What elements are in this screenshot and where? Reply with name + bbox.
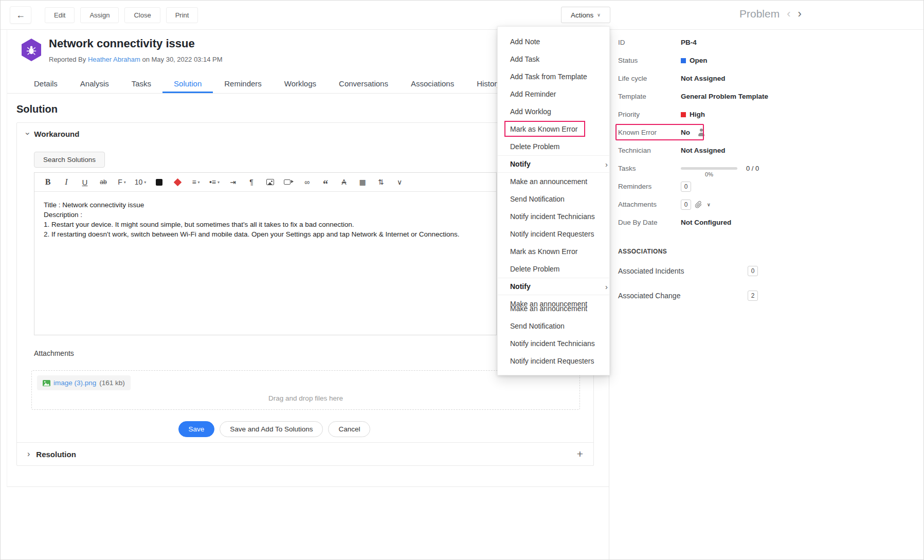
tab-reminders[interactable]: Reminders	[213, 74, 273, 93]
clear-format-icon[interactable]: A	[335, 173, 353, 192]
menu-item-add-worklog[interactable]: Add Worklog	[498, 103, 609, 120]
insert-link-icon[interactable]: ∞	[298, 173, 316, 192]
tab-associations[interactable]: Associations	[400, 74, 465, 93]
attachments-count-badge: 0	[681, 200, 691, 210]
paragraph-icon[interactable]: ¶	[242, 173, 261, 192]
resolution-toggle[interactable]: › Resolution +	[17, 442, 593, 465]
cancel-button[interactable]: Cancel	[328, 421, 370, 437]
association-label: Associated Incidents	[618, 267, 684, 275]
chevron-down-icon[interactable]: ∨	[707, 202, 711, 207]
font-family-icon: F	[118, 178, 122, 186]
menu-item-make-announcement[interactable]: Make an announcement	[498, 300, 609, 317]
tab-analysis[interactable]: Analysis	[69, 74, 120, 93]
attachment-chip[interactable]: image (3).png (161 kb)	[37, 375, 131, 390]
save-add-solutions-button[interactable]: Save and Add To Solutions	[220, 421, 323, 437]
list-icon: •≡	[209, 178, 216, 186]
tab-conversations[interactable]: Conversations	[328, 74, 400, 93]
menu-item-notify-incident-requesters[interactable]: Notify incident Requesters	[498, 225, 609, 243]
detail-row-due-by: Due By Date Not Configured	[618, 213, 924, 231]
associated-incidents-row[interactable]: Associated Incidents 0	[618, 262, 758, 280]
reporter-link[interactable]: Heather Abraham	[88, 56, 140, 63]
reminders-count-badge: 0	[681, 182, 691, 192]
menu-item-send-notification[interactable]: Send Notification	[498, 190, 609, 208]
detail-value: High	[690, 111, 705, 118]
next-record-icon[interactable]: ›	[798, 7, 802, 21]
blockquote-icon[interactable]: “	[316, 173, 335, 192]
dropzone-hint: Drag and drop files here	[32, 394, 579, 402]
actions-dropdown-button[interactable]: Actions ∨	[561, 7, 610, 23]
insert-image-icon[interactable]	[261, 173, 279, 192]
print-button[interactable]: Print	[166, 7, 198, 23]
file-dropzone[interactable]: image (3).png (161 kb) Drag and drop fil…	[31, 370, 580, 410]
tab-tasks[interactable]: Tasks	[120, 74, 162, 93]
previous-record-icon[interactable]: ‹	[787, 7, 790, 21]
menu-item-delete-problem[interactable]: Delete Problem	[498, 260, 609, 278]
indent-icon[interactable]: ⇥	[224, 173, 242, 192]
editor-line: Title : Network connectivity issue	[44, 200, 487, 210]
close-button[interactable]: Close	[124, 7, 160, 23]
associated-change-row[interactable]: Associated Change 2	[618, 287, 758, 304]
detail-label: Template	[618, 93, 681, 100]
list-select[interactable]: •≡▾	[205, 173, 224, 192]
back-button[interactable]: ←	[10, 6, 31, 24]
align-select[interactable]: ≡▾	[187, 173, 205, 192]
menu-item-mark-known-error[interactable]: Mark as Known Error	[498, 120, 609, 138]
workaround-toggle[interactable]: › Workaround	[26, 129, 79, 138]
detail-value: PB-4	[681, 39, 697, 46]
assign-button[interactable]: Assign	[80, 7, 119, 23]
ticket-title: Network connectivity issue	[49, 37, 195, 50]
menu-item-send-notification[interactable]: Send Notification	[498, 317, 609, 335]
associated-change-count[interactable]: 2	[748, 291, 758, 301]
menu-item-notify-incident-requesters[interactable]: Notify incident Requesters	[498, 352, 609, 370]
menu-item-add-reminder[interactable]: Add Reminder	[498, 85, 609, 103]
caret-down-icon: ▾	[198, 180, 200, 185]
actions-dropdown-menu: Add Note Add Task Add Task from Template…	[497, 26, 610, 375]
tasks-ratio: 0 / 0	[746, 165, 759, 172]
menu-group-notify[interactable]: Notify ›	[498, 155, 609, 173]
bold-icon[interactable]: B	[39, 173, 57, 192]
tab-details[interactable]: Details	[23, 74, 69, 93]
menu-item-delete-problem[interactable]: Delete Problem	[498, 138, 609, 155]
search-solutions-button[interactable]: Search Solutions	[34, 152, 105, 168]
detail-label: Attachments	[618, 201, 681, 208]
text-color-icon[interactable]	[150, 173, 168, 192]
more-tools-icon[interactable]: ∨	[390, 173, 409, 192]
menu-item-add-task-from-template[interactable]: Add Task from Template	[498, 68, 609, 85]
italic-icon[interactable]: I	[57, 173, 76, 192]
underline-icon[interactable]: U	[76, 173, 94, 192]
highlight-color-icon[interactable]	[168, 173, 187, 192]
menu-group-notify[interactable]: Notify ›	[498, 278, 609, 295]
image-file-icon	[43, 380, 50, 386]
strikethrough-icon[interactable]: ab	[94, 173, 113, 192]
priority-color-icon	[681, 112, 686, 117]
detail-row-attachments: Attachments 0 ∨	[618, 195, 924, 213]
save-button[interactable]: Save	[178, 421, 215, 437]
font-size-select[interactable]: 10▾	[131, 173, 150, 192]
menu-item-add-note[interactable]: Add Note	[498, 33, 609, 50]
menu-item-notify-incident-technicians[interactable]: Notify incident Technicians	[498, 208, 609, 225]
menu-item-notify-incident-technicians[interactable]: Notify incident Technicians	[498, 335, 609, 352]
insert-table-icon[interactable]: ▦	[353, 173, 372, 192]
associated-incidents-count[interactable]: 0	[748, 266, 758, 276]
rich-text-editor: B I U ab F▾ 10▾ ≡▾ •≡▾ ⇥ ¶ ∞ “ A	[34, 172, 497, 335]
module-context: Problem ‹ ›	[739, 7, 802, 21]
edit-button[interactable]: Edit	[45, 7, 75, 23]
menu-item-make-announcement[interactable]: Make an announcement	[498, 173, 609, 190]
insert-video-icon[interactable]	[279, 173, 298, 192]
menu-item-add-task[interactable]: Add Task	[498, 50, 609, 68]
back-arrow-icon: ←	[16, 10, 25, 21]
add-resolution-icon[interactable]: +	[577, 448, 583, 460]
tab-worklogs[interactable]: Worklogs	[273, 74, 328, 93]
editor-content[interactable]: Title : Network connectivity issue Descr…	[34, 192, 496, 335]
app-window: ← Edit Assign Close Print Actions ∨ Prob…	[0, 0, 924, 560]
association-label: Associated Change	[618, 292, 680, 300]
submenu-arrow-icon: ›	[605, 282, 608, 291]
chevron-expanded-icon: ›	[23, 132, 32, 135]
line-spacing-icon[interactable]: ⇅	[372, 173, 390, 192]
tab-solution[interactable]: Solution	[162, 74, 213, 93]
detail-label: ID	[618, 39, 681, 46]
attachment-name-link[interactable]: image (3).png	[53, 379, 96, 387]
font-family-select[interactable]: F▾	[113, 173, 131, 192]
menu-item-mark-known-error[interactable]: Mark as Known Error	[498, 243, 609, 260]
paperclip-icon[interactable]	[695, 201, 702, 208]
